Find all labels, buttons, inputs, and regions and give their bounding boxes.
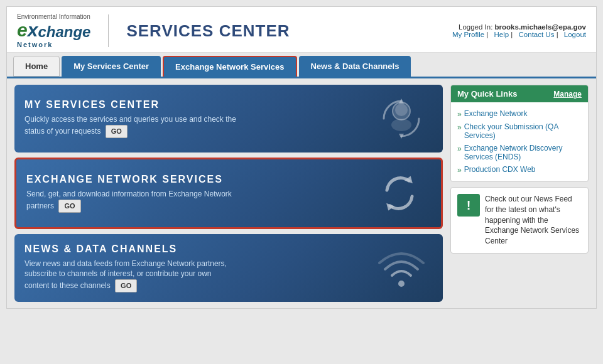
header-links: My Profile | Help | Contact Us | Logout <box>448 31 586 38</box>
contact-us-link[interactable]: Contact Us <box>519 31 555 38</box>
news-data-channels-card: NEWS & DATA CHANNELS View news and data … <box>14 234 443 302</box>
right-column: My Quick Links Manage » Exchange Network… <box>450 85 589 302</box>
arrow-icon: » <box>457 123 462 132</box>
quick-links-title: My Quick Links <box>457 89 517 99</box>
arrow-icon: » <box>457 166 462 174</box>
news-data-channels-title: NEWS & DATA CHANNELS <box>24 244 238 255</box>
my-profile-link[interactable]: My Profile <box>452 31 484 38</box>
logo-change: change <box>38 24 90 40</box>
quick-link-item[interactable]: » Exchange Network <box>457 107 582 120</box>
manage-link[interactable]: Manage <box>553 90 582 99</box>
logo-box: Environmental Information exchange Netwo… <box>17 13 90 48</box>
logo-ex: ex <box>17 21 38 40</box>
my-services-center-title: MY SERVICES CENTER <box>24 99 238 110</box>
title-services: SERVICES <box>126 21 214 40</box>
left-column: MY SERVICES CENTER Quickly access the se… <box>14 85 443 302</box>
news-exclamation-icon: ! <box>457 194 480 217</box>
quick-links-body: » Exchange Network » Check your Submissi… <box>451 102 588 181</box>
nav-bar: Home My Services Center Exchange Network… <box>7 53 596 78</box>
logged-in-label: Logged In: <box>459 23 492 31</box>
arrow-icon: » <box>457 110 462 119</box>
logout-link[interactable]: Logout <box>564 31 586 38</box>
wifi-icon <box>370 243 433 293</box>
tab-home[interactable]: Home <box>13 56 60 77</box>
logo-divider <box>108 14 109 47</box>
logged-in-line: Logged In: brooks.michaels@epa.gov <box>448 23 586 31</box>
my-services-center-card-text: MY SERVICES CENTER Quickly access the se… <box>24 99 238 138</box>
logo-area: Environmental Information exchange Netwo… <box>17 13 290 48</box>
svg-point-1 <box>395 104 408 116</box>
quick-links-header: My Quick Links Manage <box>451 85 588 102</box>
quick-link-item[interactable]: » Check your Submission (QA Services) <box>457 120 582 142</box>
tab-exchange-network-services[interactable]: Exchange Network Services <box>163 56 296 77</box>
quick-link-item[interactable]: » Exchange Network Discovery Services (E… <box>457 142 582 163</box>
arrows-icon <box>368 168 431 218</box>
news-feed-panel: ! Check out our News Feed for the latest… <box>450 187 589 254</box>
news-data-channels-card-text: NEWS & DATA CHANNELS View news and data … <box>24 244 238 293</box>
news-feed-text: Check out our News Feed for the latest o… <box>485 194 582 247</box>
site-title: SERVICES CENTER <box>126 21 290 41</box>
tab-news-data-channels[interactable]: News & Data Channels <box>299 56 411 77</box>
user-info: Logged In: brooks.michaels@epa.gov My Pr… <box>448 23 586 38</box>
svg-point-7 <box>398 281 405 287</box>
title-center: CENTER <box>214 21 290 40</box>
logo-exchange: exchange <box>17 21 90 40</box>
username: brooks.michaels@epa.gov <box>495 23 586 31</box>
main-content: MY SERVICES CENTER Quickly access the se… <box>7 78 596 308</box>
exchange-network-services-card-text: EXCHANGE NETWORK SERVICES Send, get, and… <box>26 174 240 213</box>
quick-link-item[interactable]: » Production CDX Web <box>457 163 582 176</box>
news-data-channels-desc: View news and data feeds from Exchange N… <box>24 259 238 293</box>
help-link[interactable]: Help <box>494 31 509 38</box>
logo-network: Network <box>17 41 53 48</box>
my-services-center-go[interactable]: GO <box>106 125 128 138</box>
exchange-network-services-title: EXCHANGE NETWORK SERVICES <box>26 174 240 185</box>
quick-links-panel: My Quick Links Manage » Exchange Network… <box>450 85 589 182</box>
exchange-network-services-card: EXCHANGE NETWORK SERVICES Send, get, and… <box>14 158 443 229</box>
news-data-channels-go[interactable]: GO <box>115 279 137 292</box>
header: Environmental Information exchange Netwo… <box>7 7 596 53</box>
my-services-center-desc: Quickly access the services and queries … <box>24 114 238 138</box>
exchange-network-services-desc: Send, get, and download information from… <box>26 189 240 213</box>
tab-my-services-center[interactable]: My Services Center <box>62 56 161 77</box>
svg-point-2 <box>391 119 411 131</box>
exchange-network-services-go[interactable]: GO <box>58 200 80 213</box>
person-icon <box>370 94 433 144</box>
my-services-center-card: MY SERVICES CENTER Quickly access the se… <box>14 85 443 153</box>
arrow-icon: » <box>457 144 462 153</box>
